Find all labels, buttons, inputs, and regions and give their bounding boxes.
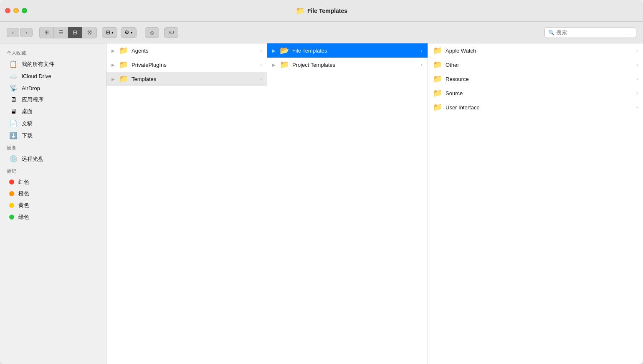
title-folder-icon: 📁 <box>296 6 305 15</box>
other-arrow-icon: › <box>636 62 638 67</box>
sidebar-item-green-tag[interactable]: 绿色 <box>3 211 104 223</box>
group-chevron-icon: ▾ <box>111 30 114 35</box>
columns-area: ▶ 📁 Agents › ▶ 📁 PrivatePlugIns › ▶ 📁 Te… <box>106 43 643 364</box>
toolbar: ‹ › ⊞ ☰ ⊟ ⊠ ⊞ ▾ ⚙ ▾ <box>0 22 643 43</box>
project-templates-arrow-icon: › <box>421 62 423 67</box>
file-templates-expand-arrow: ▶ <box>272 48 276 53</box>
sidebar-item-downloads[interactable]: ⬇️ 下载 <box>3 129 104 142</box>
column1-item-templates[interactable]: ▶ 📁 Templates › <box>106 72 267 86</box>
downloads-icon: ⬇️ <box>9 131 18 139</box>
nav-buttons: ‹ › <box>7 28 33 37</box>
column-view-button[interactable]: ⊟ <box>68 27 82 38</box>
traffic-lights <box>5 8 27 13</box>
private-plugins-label: PrivatePlugIns <box>132 62 167 68</box>
sidebar: 个人收藏 📋 我的所有文件 ☁️ iCloud Drive 📡 AirDrop … <box>0 43 106 364</box>
templates-arrow-icon: › <box>260 76 262 81</box>
personal-section-title: 个人收藏 <box>0 47 106 58</box>
gallery-view-icon: ⊠ <box>87 29 92 35</box>
column3-item-source[interactable]: 📁 Source › <box>428 86 643 100</box>
apple-watch-folder-icon: 📁 <box>433 46 442 55</box>
sidebar-label-yellow-tag: 黄色 <box>18 202 29 209</box>
main-content: 个人收藏 📋 我的所有文件 ☁️ iCloud Drive 📡 AirDrop … <box>0 43 643 364</box>
agents-arrow-icon: › <box>260 48 262 53</box>
sidebar-item-icloud[interactable]: ☁️ iCloud Drive <box>3 70 104 82</box>
column2-item-project-templates[interactable]: ▶ 📁 Project Templates › <box>267 58 428 72</box>
resource-arrow-icon: › <box>636 76 638 81</box>
sidebar-label-orange-tag: 橙色 <box>18 190 29 197</box>
close-button[interactable] <box>5 8 10 13</box>
source-arrow-icon: › <box>636 91 638 96</box>
forward-button[interactable]: › <box>20 28 33 37</box>
sidebar-label-downloads: 下载 <box>22 132 33 139</box>
tag-button[interactable]: 🏷 <box>164 27 178 38</box>
maximize-button[interactable] <box>22 8 27 13</box>
sidebar-label-apps: 应用程序 <box>22 96 43 104</box>
project-templates-expand-arrow: ▶ <box>272 63 276 67</box>
column-1: ▶ 📁 Agents › ▶ 📁 PrivatePlugIns › ▶ 📁 Te… <box>106 43 267 364</box>
search-box[interactable]: 🔍 <box>544 27 636 38</box>
other-folder-icon: 📁 <box>433 60 442 69</box>
list-view-button[interactable]: ☰ <box>54 27 68 38</box>
group-button[interactable]: ⊞ ▾ <box>102 27 117 38</box>
column1-item-agents[interactable]: ▶ 📁 Agents › <box>106 43 267 58</box>
search-input[interactable] <box>556 29 633 35</box>
sidebar-label-airdrop: AirDrop <box>22 85 40 91</box>
tag-icon: 🏷 <box>169 29 174 35</box>
column3-item-other[interactable]: 📁 Other › <box>428 58 643 72</box>
icon-view-icon: ⊞ <box>44 29 49 35</box>
window-title: File Templates <box>307 8 347 14</box>
apps-icon: 🖥 <box>9 96 18 104</box>
column-3: 📁 Apple Watch › 📁 Other › 📁 Resource › 📁… <box>428 43 643 364</box>
share-button[interactable]: ⎋ <box>145 27 159 38</box>
icloud-icon: ☁️ <box>9 72 18 80</box>
user-interface-folder-icon: 📁 <box>433 103 442 112</box>
desktop-icon: 🖥 <box>9 108 18 115</box>
minimize-button[interactable] <box>13 8 19 13</box>
apple-watch-arrow-icon: › <box>636 48 638 53</box>
sidebar-item-apps[interactable]: 🖥 应用程序 <box>3 94 104 106</box>
column1-item-private-plugins[interactable]: ▶ 📁 PrivatePlugIns › <box>106 58 267 72</box>
titlebar-center: 📁 File Templates <box>296 6 347 15</box>
user-interface-arrow-icon: › <box>636 105 638 110</box>
sidebar-item-desktop[interactable]: 🖥 桌面 <box>3 106 104 117</box>
resource-folder-icon: 📁 <box>433 74 442 83</box>
sidebar-label-documents: 文稿 <box>22 120 33 127</box>
column2-item-file-templates[interactable]: ▶ 📂 File Templates › <box>267 43 428 58</box>
resource-label: Resource <box>446 76 469 82</box>
sidebar-item-remote-disc[interactable]: 💿 远程光盘 <box>3 153 104 165</box>
sidebar-label-desktop: 桌面 <box>22 108 33 115</box>
sidebar-item-airdrop[interactable]: 📡 AirDrop <box>3 82 104 94</box>
orange-tag-dot <box>9 191 14 196</box>
icon-view-button[interactable]: ⊞ <box>40 27 54 38</box>
green-tag-dot <box>9 215 14 220</box>
private-plugins-arrow-icon: › <box>260 62 262 67</box>
column3-item-apple-watch[interactable]: 📁 Apple Watch › <box>428 43 643 58</box>
sidebar-label-all-files: 我的所有文件 <box>22 61 54 68</box>
column3-item-resource[interactable]: 📁 Resource › <box>428 72 643 86</box>
sidebar-item-red-tag[interactable]: 红色 <box>3 176 104 188</box>
settings-chevron-icon: ▾ <box>131 30 133 35</box>
sidebar-item-yellow-tag[interactable]: 黄色 <box>3 200 104 211</box>
gallery-view-button[interactable]: ⊠ <box>82 27 96 38</box>
tags-section-title: 标记 <box>0 165 106 176</box>
column3-item-user-interface[interactable]: 📁 User Interface › <box>428 100 643 114</box>
project-templates-label: Project Templates <box>292 62 335 68</box>
agents-expand-arrow: ▶ <box>111 48 115 53</box>
back-button[interactable]: ‹ <box>7 28 19 37</box>
sidebar-item-all-files[interactable]: 📋 我的所有文件 <box>3 58 104 70</box>
settings-button[interactable]: ⚙ ▾ <box>121 27 137 38</box>
sidebar-label-icloud: iCloud Drive <box>22 73 51 79</box>
back-icon: ‹ <box>12 30 14 35</box>
share-icon: ⎋ <box>150 29 154 36</box>
source-folder-icon: 📁 <box>433 88 442 98</box>
sidebar-item-orange-tag[interactable]: 橙色 <box>3 188 104 200</box>
agents-label: Agents <box>132 48 148 54</box>
user-interface-label: User Interface <box>446 104 480 111</box>
finder-window: 📁 File Templates ‹ › ⊞ ☰ ⊟ ⊠ <box>0 0 643 364</box>
group-icon: ⊞ <box>106 29 110 35</box>
forward-icon: › <box>25 30 27 35</box>
red-tag-dot <box>9 179 14 185</box>
search-icon: 🔍 <box>548 30 554 35</box>
apple-watch-label: Apple Watch <box>446 48 476 54</box>
sidebar-item-documents[interactable]: 📄 文稿 <box>3 117 104 129</box>
